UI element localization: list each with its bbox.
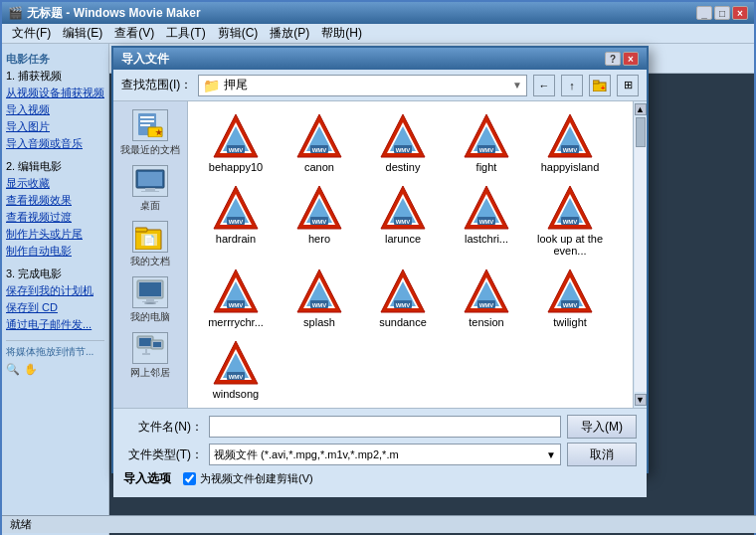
dialog-toolbar: 查找范围(I)： 📁 押尾 ▼ ← ↑ + ⊞ [113,70,647,101]
nav-network[interactable]: 网上邻居 [116,332,184,380]
wmv-file-icon: WMV [547,268,593,314]
scroll-up-button[interactable]: ▲ [635,103,647,115]
svg-text:WMV: WMV [563,147,578,153]
scroll-track[interactable] [635,117,647,392]
filetype-arrow: ▼ [546,449,556,460]
wmv-file-icon: WMV [380,113,426,159]
menu-edit[interactable]: 编辑(E) [57,23,108,44]
menu-help[interactable]: 帮助(H) [315,23,368,44]
svg-rect-12 [141,191,159,192]
sidebar-save-computer[interactable]: 保存到我的计划机 [6,283,104,298]
section3-number: 3. 完成电影 [6,267,104,281]
sidebar-send-email[interactable]: 通过电子邮件发... [6,317,104,332]
file-item[interactable]: WMV sundance [363,265,443,332]
nav-my-docs[interactable]: 📄 我的文档 [116,221,184,268]
import-options-label: 导入选项 [123,470,171,487]
create-clips-row: 为视频文件创建剪辑(V) [183,471,313,486]
scroll-thumb[interactable] [636,117,646,147]
svg-text:WMV: WMV [479,219,494,225]
sidebar-video-transitions[interactable]: 查看视频过渡 [6,210,104,225]
nav-new-folder-button[interactable]: + [589,75,611,96]
menu-play[interactable]: 播放(P) [264,23,315,44]
svg-text:WMV: WMV [229,219,244,225]
title-bar-buttons: _ □ × [696,6,748,20]
file-item[interactable]: WMV splash [280,265,359,332]
close-button[interactable]: × [732,6,748,20]
scroll-down-button[interactable]: ▼ [635,394,647,406]
sidebar-auto-movie[interactable]: 制作自动电影 [6,244,104,259]
combo-dropdown-arrow: ▼ [512,80,522,90]
file-item[interactable]: WMV lastchri... [447,181,526,261]
sidebar-import-video[interactable]: 导入视频 [6,102,104,117]
file-item[interactable]: WMV tension [447,265,526,332]
svg-point-21 [144,302,156,304]
svg-text:WMV: WMV [396,302,411,308]
nav-my-computer[interactable]: 我的电脑 [116,276,184,324]
create-clips-label: 为视频文件创建剪辑(V) [200,471,313,486]
svg-rect-5 [140,120,154,122]
nav-desktop[interactable]: 桌面 [116,165,184,213]
file-item[interactable]: WMV hardrain [196,181,276,261]
file-item[interactable]: WMV hero [280,181,359,261]
file-name: lastchri... [465,233,508,245]
filetype-value: 视频文件 (*.avi,*.mpg,*.m1v,*.mp2,*.m [214,447,546,462]
minimize-button[interactable]: _ [696,6,712,20]
svg-rect-14 [135,228,147,232]
maximize-button[interactable]: □ [714,6,730,20]
dialog-help-button[interactable]: ? [605,52,621,66]
sidebar-import-image[interactable]: 导入图片 [6,119,104,134]
sidebar-capture-video[interactable]: 从视频设备捕获视频 [6,86,104,100]
sidebar-section-2: 2. 编辑电影 显示收藏 查看视频效果 查看视频过渡 制作片头或片尾 制作自动电… [6,159,104,259]
scrollbar[interactable]: ▲ ▼ [633,101,647,408]
wmv-file-icon: WMV [213,268,259,314]
sidebar-video-effects[interactable]: 查看视频效果 [6,193,104,208]
file-item[interactable]: WMV destiny [363,109,443,177]
look-in-combo[interactable]: 📁 押尾 ▼ [198,75,527,96]
svg-rect-27 [142,353,150,355]
svg-text:WMV: WMV [229,302,244,308]
file-item[interactable]: WMV larunce [363,181,443,261]
status-text: 就绪 [10,517,32,532]
sidebar-make-titles[interactable]: 制作片头或片尾 [6,227,104,242]
import-dialog: 导入文件 ? × 查找范围(I)： 📁 押尾 ▼ ← ↑ + [111,46,649,473]
filetype-select[interactable]: 视频文件 (*.avi,*.mpg,*.m1v,*.mp2,*.m ▼ [209,444,561,465]
svg-rect-4 [140,116,154,118]
cancel-button[interactable]: 取消 [567,443,637,466]
nav-recent-docs[interactable]: ★ 我最近的文档 [116,109,184,157]
sidebar-bottom: 将媒体拖放到情节... 🔍 ✋ [6,340,104,376]
sidebar-import-audio[interactable]: 导入音频或音乐 [6,136,104,151]
svg-text:📄: 📄 [143,234,156,247]
import-button[interactable]: 导入(M) [567,415,637,439]
my-computer-label: 我的电脑 [130,310,170,324]
menu-tools[interactable]: 工具(T) [160,23,211,44]
wmv-file-icon: WMV [213,340,259,386]
menu-clip[interactable]: 剪辑(C) [212,23,265,44]
file-item[interactable]: WMV look up at the even... [530,181,610,261]
file-item[interactable]: WMV windsong [196,336,276,404]
network-label: 网上邻居 [130,366,170,380]
dialog-close-button[interactable]: × [623,52,639,66]
file-item[interactable]: WMV fight [447,109,526,177]
nav-view-button[interactable]: ⊞ [617,75,639,96]
file-item[interactable]: WMV merrrychr... [196,265,276,332]
app-icon: 🎬 [8,6,23,20]
nav-up-button[interactable]: ↑ [561,75,583,96]
menu-view[interactable]: 查看(V) [108,23,160,44]
dialog-title: 导入文件 [121,51,169,68]
file-name: windsong [213,388,259,400]
desktop-label: 桌面 [140,199,160,213]
dialog-content: ★ 我最近的文档 桌面 [113,101,647,408]
sidebar-tool-icons: 🔍 ✋ [6,363,104,376]
file-item[interactable]: WMV twilight [530,265,610,332]
sidebar-show-collections[interactable]: 显示收藏 [6,176,104,191]
nav-back-button[interactable]: ← [533,75,555,96]
sidebar-save-cd[interactable]: 保存到 CD [6,300,104,315]
file-item[interactable]: WMV canon [280,109,359,177]
create-clips-checkbox[interactable] [183,472,196,485]
file-item[interactable]: WMV happyisland [530,109,610,177]
file-name: hero [308,233,330,245]
file-name: happyisland [541,161,600,173]
filename-input[interactable] [209,416,561,438]
menu-file[interactable]: 文件(F) [6,23,57,44]
file-item[interactable]: WMV behappy10 [196,109,276,177]
